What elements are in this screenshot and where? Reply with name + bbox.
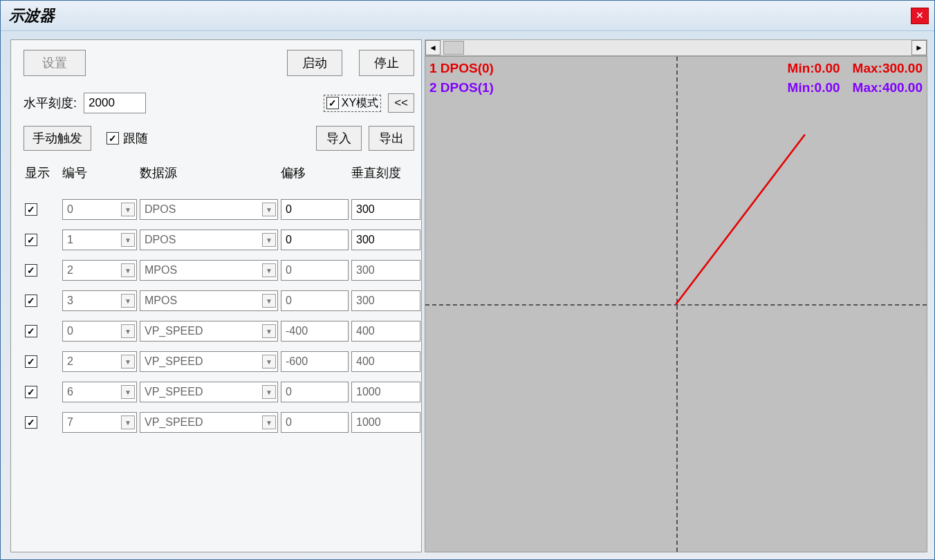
show-checkbox[interactable] (25, 295, 37, 307)
offset-input[interactable]: 0 (281, 412, 349, 433)
hscale-label: 水平刻度: (24, 95, 77, 111)
channel-row: 0▼VP_SPEED▼-400400 (24, 321, 414, 342)
col-source: 数据源 (140, 165, 278, 181)
chevron-down-icon: ▼ (262, 294, 276, 308)
col-vscale: 垂直刻度 (351, 165, 420, 181)
channel-row: 6▼VP_SPEED▼01000 (24, 382, 414, 402)
source-select[interactable]: DPOS▼ (140, 230, 278, 250)
offset-input[interactable]: 0 (281, 230, 349, 250)
col-index: 编号 (62, 165, 137, 181)
manual-trigger-button[interactable]: 手动触发 (24, 126, 91, 151)
vscale-input[interactable]: 1000 (351, 412, 420, 433)
chevron-down-icon: ▼ (121, 416, 135, 429)
body-area: 设置 启动 停止 水平刻度: XY模式 << 手动触发 (1, 31, 934, 559)
settings-button[interactable]: 设置 (24, 50, 86, 76)
source-select[interactable]: DPOS▼ (140, 199, 278, 220)
window-title: 示波器 (9, 6, 55, 26)
index-select[interactable]: 3▼ (62, 290, 137, 311)
channel-table-body: 0▼DPOS▼03001▼DPOS▼03002▼MPOS▼03003▼MPOS▼… (24, 189, 414, 433)
chevron-down-icon: ▼ (262, 203, 276, 216)
export-button[interactable]: 导出 (369, 126, 414, 151)
offset-input[interactable]: 0 (281, 260, 349, 281)
show-checkbox[interactable] (25, 203, 37, 216)
index-select[interactable]: 1▼ (62, 230, 137, 250)
hscale-input[interactable] (84, 93, 146, 113)
scroll-thumb[interactable] (443, 41, 464, 55)
import-button[interactable]: 导入 (316, 126, 362, 151)
col-offset: 偏移 (281, 165, 349, 181)
channel-row: 2▼MPOS▼0300 (24, 260, 414, 281)
index-select[interactable]: 2▼ (62, 351, 137, 372)
channel-table-header: 显示 编号 数据源 偏移 垂直刻度 (24, 165, 414, 181)
plot-panel: ◄ ► 1 DPOS(0)Min:0.00Max:300.002 DPOS(1)… (425, 39, 927, 552)
xy-mode-group[interactable]: XY模式 (324, 95, 381, 112)
show-checkbox[interactable] (25, 355, 37, 368)
title-bar: 示波器 ✕ (1, 1, 934, 31)
chevron-down-icon: ▼ (262, 324, 276, 338)
source-select[interactable]: VP_SPEED▼ (140, 412, 278, 433)
offset-input[interactable]: 0 (281, 199, 349, 220)
offset-input[interactable]: -600 (281, 351, 349, 372)
chevron-down-icon: ▼ (121, 203, 135, 216)
offset-input[interactable]: 0 (281, 290, 349, 311)
chevron-down-icon: ▼ (121, 385, 135, 399)
start-button[interactable]: 启动 (287, 50, 342, 76)
show-checkbox[interactable] (25, 264, 37, 277)
index-select[interactable]: 0▼ (62, 199, 137, 220)
index-select[interactable]: 2▼ (62, 260, 137, 281)
chevron-down-icon: ▼ (262, 385, 276, 399)
vscale-input[interactable]: 300 (351, 260, 420, 281)
chevron-down-icon: ▼ (121, 355, 135, 368)
index-select[interactable]: 0▼ (62, 321, 137, 342)
show-checkbox[interactable] (25, 325, 37, 337)
scroll-left-button[interactable]: ◄ (425, 40, 441, 55)
show-checkbox[interactable] (25, 234, 37, 246)
oscilloscope-window: 示波器 ✕ 设置 启动 停止 水平刻度: XY模式 << (0, 0, 935, 560)
control-panel: 设置 启动 停止 水平刻度: XY模式 << 手动触发 (10, 39, 422, 552)
xy-mode-label: XY模式 (342, 96, 378, 111)
vscale-input[interactable]: 400 (351, 351, 420, 372)
source-select[interactable]: VP_SPEED▼ (140, 382, 278, 402)
vscale-input[interactable]: 1000 (351, 382, 420, 402)
close-button[interactable]: ✕ (911, 8, 929, 24)
vscale-input[interactable]: 300 (351, 290, 420, 311)
chevron-down-icon: ▼ (262, 355, 276, 368)
show-checkbox[interactable] (25, 416, 37, 429)
chevron-down-icon: ▼ (262, 263, 276, 277)
follow-checkbox[interactable] (107, 132, 119, 144)
offset-input[interactable]: -400 (281, 321, 349, 342)
col-show: 显示 (25, 165, 59, 181)
index-select[interactable]: 7▼ (62, 412, 137, 433)
chevron-down-icon: ▼ (121, 233, 135, 247)
channel-row: 2▼VP_SPEED▼-600400 (24, 351, 414, 372)
vscale-input[interactable]: 300 (351, 199, 420, 220)
index-select[interactable]: 6▼ (62, 382, 137, 402)
chevron-down-icon: ▼ (121, 263, 135, 277)
xy-mode-checkbox[interactable] (326, 97, 339, 109)
offset-input[interactable]: 0 (281, 382, 349, 402)
scroll-right-button[interactable]: ► (911, 40, 927, 55)
plot-svg (425, 57, 927, 552)
vscale-input[interactable]: 300 (351, 230, 420, 250)
channel-row: 3▼MPOS▼0300 (24, 290, 414, 311)
chevron-down-icon: ▼ (121, 294, 135, 308)
source-select[interactable]: MPOS▼ (140, 260, 278, 281)
channel-row: 7▼VP_SPEED▼01000 (24, 412, 414, 433)
source-select[interactable]: VP_SPEED▼ (140, 351, 278, 372)
channel-row: 0▼DPOS▼0300 (24, 199, 414, 220)
collapse-button[interactable]: << (388, 93, 414, 113)
follow-label: 跟随 (123, 130, 148, 147)
chevron-down-icon: ▼ (121, 324, 135, 338)
chevron-down-icon: ▼ (262, 416, 276, 429)
channel-row: 1▼DPOS▼0300 (24, 230, 414, 250)
vscale-input[interactable]: 400 (351, 321, 420, 342)
horizontal-scrollbar[interactable]: ◄ ► (425, 39, 927, 56)
source-select[interactable]: MPOS▼ (140, 290, 278, 311)
chevron-down-icon: ▼ (262, 233, 276, 247)
show-checkbox[interactable] (25, 386, 37, 398)
stop-button[interactable]: 停止 (359, 50, 414, 76)
trace-line (676, 135, 805, 304)
source-select[interactable]: VP_SPEED▼ (140, 321, 278, 342)
plot-area[interactable]: 1 DPOS(0)Min:0.00Max:300.002 DPOS(1)Min:… (425, 56, 927, 552)
